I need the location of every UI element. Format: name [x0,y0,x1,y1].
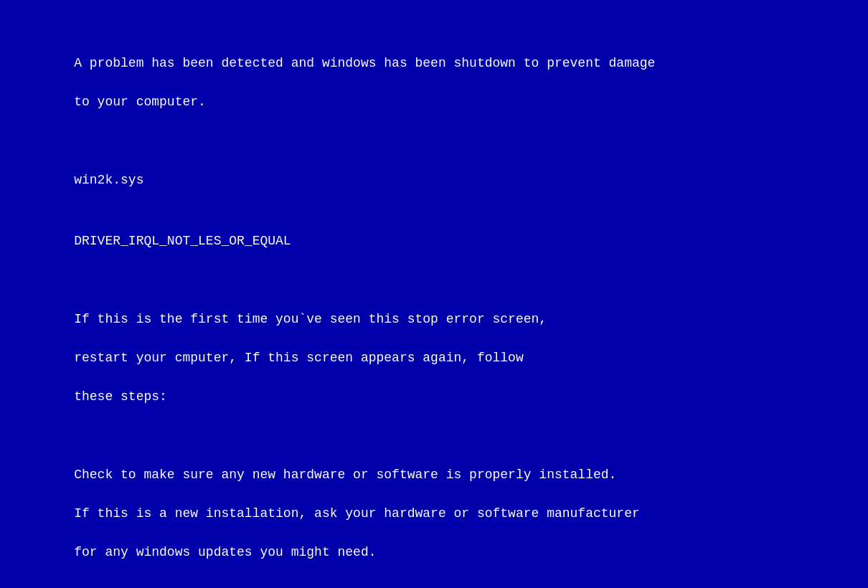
filename-line: win2k.sys [43,151,825,209]
check-line1: Check to make sure any new hardware or s… [74,468,616,482]
firsttime-line1: If this is the first time you`ve seen th… [74,312,547,326]
bsod-screen: A problem has been detected and windows … [0,0,868,588]
intro-line2: to your computer. [74,95,206,109]
errorcode-line: DRIVER_IRQL_NOT_LES_OR_EQUAL [43,212,825,270]
check-line3: for any windows updates you might need. [74,545,376,559]
check-paragraph: Check to make sure any new hardware or s… [43,446,825,582]
firsttime-line3: these steps: [74,389,167,404]
check-line2: If this is a new installation, ask your … [74,506,640,521]
filename: win2k.sys [74,173,143,187]
intro-line1: A problem has been detected and windows … [74,56,655,70]
intro-paragraph: A problem has been detected and windows … [43,34,825,131]
firsttime-line2: restart your cmputer, If this screen app… [74,351,524,365]
errorcode: DRIVER_IRQL_NOT_LES_OR_EQUAL [74,234,291,248]
firsttime-paragraph: If this is the first time you`ve seen th… [43,290,825,426]
